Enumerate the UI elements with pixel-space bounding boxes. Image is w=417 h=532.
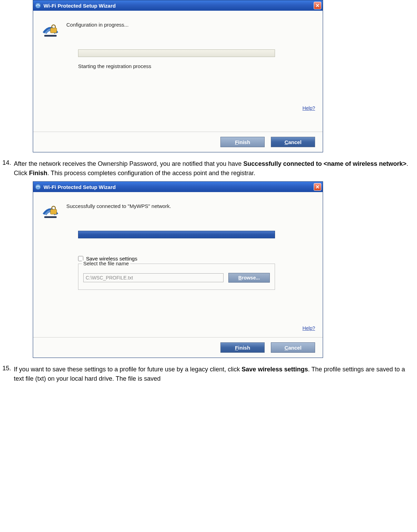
close-icon — [315, 185, 320, 189]
svg-rect-5 — [44, 216, 57, 218]
progress-bar — [78, 49, 275, 57]
svg-rect-4 — [50, 209, 57, 214]
step-text: After the network receives the Ownership… — [14, 159, 417, 178]
progress-heading: Configuration in progress... — [66, 20, 129, 28]
cancel-button[interactable]: Cancel — [271, 342, 315, 353]
browse-button[interactable]: Browse... — [228, 273, 270, 283]
step-number: 15. — [0, 365, 14, 383]
wps-wizard-dialog-success: Wi-Fi Protected Setup Wizard — [33, 181, 323, 358]
titlebar: Wi-Fi Protected Setup Wizard — [33, 0, 323, 11]
file-path-input[interactable] — [83, 273, 224, 282]
progress-bar-full — [78, 231, 275, 238]
finish-button[interactable]: Finish — [220, 342, 265, 353]
app-icon — [35, 183, 41, 190]
window-title: Wi-Fi Protected Setup Wizard — [44, 184, 314, 190]
instruction-step-15: 15. If you want to save these settings t… — [0, 365, 417, 383]
step-number: 14. — [0, 159, 14, 178]
help-link[interactable]: Help? — [302, 105, 315, 111]
progress-status: Starting the registration process — [78, 63, 315, 69]
close-icon — [315, 3, 320, 8]
instruction-step-14: 14. After the network receives the Owner… — [0, 159, 417, 178]
file-name-fieldset: Select the file name Browse... — [78, 264, 275, 290]
finish-button[interactable]: Finish — [220, 137, 265, 147]
close-button[interactable] — [314, 2, 321, 9]
svg-rect-2 — [44, 35, 57, 37]
svg-point-3 — [35, 184, 41, 190]
svg-rect-1 — [50, 28, 57, 33]
app-icon — [35, 2, 41, 9]
wps-wizard-dialog-progress: Wi-Fi Protected Setup Wizard — [33, 0, 323, 152]
button-row: Finish Cancel — [33, 337, 323, 358]
button-row: Finish Cancel — [33, 132, 323, 152]
close-button[interactable] — [314, 183, 321, 191]
success-heading: Successfully connected to "MyWPS" networ… — [66, 201, 171, 209]
help-link[interactable]: Help? — [302, 325, 315, 331]
window-title: Wi-Fi Protected Setup Wizard — [44, 3, 314, 9]
wifi-lock-icon — [41, 20, 60, 39]
step-text: If you want to save these settings to a … — [14, 365, 417, 383]
titlebar: Wi-Fi Protected Setup Wizard — [33, 182, 323, 192]
wifi-lock-icon — [41, 201, 60, 220]
svg-point-0 — [35, 3, 41, 8]
fieldset-legend: Select the file name — [82, 260, 130, 266]
cancel-button[interactable]: Cancel — [271, 137, 315, 147]
